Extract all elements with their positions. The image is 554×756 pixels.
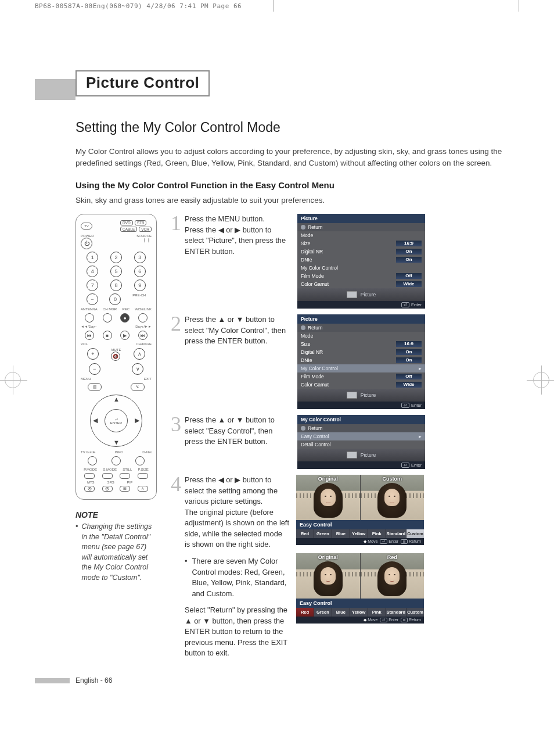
easy-control-preview-red: Original Red Easy Control Red Green (296, 553, 424, 624)
crop-header-text: BP68-00587A-00Eng(060~079) 4/28/06 7:41 … (35, 2, 242, 10)
page-heading: Setting the My Color Control Mode (75, 120, 519, 135)
step-4-bullet: There are seven My Color Control modes: … (192, 556, 289, 599)
footer-bar (35, 678, 70, 683)
note-text: Changing the settings in the "Detail Con… (81, 522, 157, 583)
sub-heading: Using the My Color Control Function in t… (75, 180, 519, 190)
power-icon: ⏻ (81, 238, 92, 249)
intro-paragraph: My Color Control allows you to adjust co… (75, 146, 519, 169)
sub-text: Skin, sky and grass tones are easily adj… (75, 196, 519, 205)
step-number-4: 4 (167, 475, 181, 659)
osd-my-color-control-menu: My Color Control Return Easy Control▸ De… (297, 415, 425, 469)
osd-picture-menu-1: Picture Return Mode Size16:9 Digital NRO… (297, 214, 425, 309)
step-number-1: 1 (167, 214, 181, 309)
step-number-2: 2 (167, 314, 181, 409)
step-text-4: Press the ◀ or ▶ button to select the se… (185, 475, 289, 550)
step-text-3: Press the ▲ or ▼ button to select "Easy … (185, 415, 289, 469)
chapter-title-box: Picture Control (75, 70, 210, 96)
step-number-3: 3 (167, 415, 181, 469)
chapter-title: Picture Control (86, 74, 199, 92)
page-footer: English - 66 (75, 676, 519, 685)
section-tab (35, 79, 75, 100)
note-block: NOTE • Changing the settings in the "Det… (75, 510, 157, 583)
step-4-after: Select "Return" by pressing the ▲ or ▼ b… (185, 605, 289, 659)
dash-button: − (87, 293, 98, 305)
easy-control-preview-custom: Original Custom Easy Control Red Green (296, 475, 424, 545)
osd-picture-menu-2: Picture Return Mode Size16:9 Digital NRO… (297, 314, 425, 409)
remote-control-illustration: TV DVD STB CABLE VCR POWER (75, 214, 157, 500)
step-text-2: Press the ▲ or ▼ button to select "My Co… (185, 314, 289, 409)
step-text-1: Press the MENU button.Press the ◀ or ▶ b… (185, 214, 289, 309)
remote-tv-button: TV (81, 223, 92, 230)
note-heading: NOTE (75, 510, 157, 519)
